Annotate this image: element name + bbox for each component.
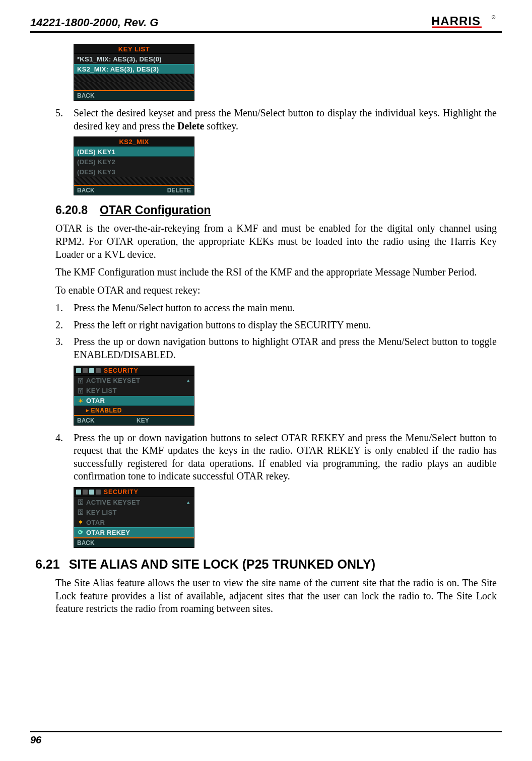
softkey-back: BACK bbox=[77, 417, 95, 424]
step-3: Press the up or down navigation buttons … bbox=[55, 335, 497, 361]
list-item-selected: ✶ OTAR bbox=[74, 396, 194, 406]
key-icon: ⚿ bbox=[77, 509, 84, 516]
harris-logo: HARRIS ® bbox=[431, 13, 502, 29]
texture-row bbox=[74, 74, 194, 82]
otar-icon: ✶ bbox=[77, 397, 84, 404]
screen-title: KS2_MIX bbox=[76, 138, 192, 146]
paragraph: To enable OTAR and request rekey: bbox=[55, 284, 497, 297]
page-number: 96 bbox=[30, 734, 41, 745]
radio-screen-security-rekey: SECURITY ⚿ ACTIVE KEYSET ▲ ⚿ KEY LIST ✶ … bbox=[74, 487, 194, 548]
status-icons bbox=[76, 368, 101, 373]
step-5: Select the desired keyset and press the … bbox=[55, 107, 497, 132]
key-icon: ⚿ bbox=[77, 377, 84, 384]
softkey-back: BACK bbox=[77, 187, 95, 194]
svg-text:®: ® bbox=[492, 15, 496, 20]
list-item: (DES) KEY2 bbox=[74, 157, 194, 167]
speaker-icon bbox=[89, 490, 94, 495]
step-1: Press the Menu/Select button to access t… bbox=[55, 302, 497, 315]
heading-6-21: 6.21SITE ALIAS AND SITE LOCK (P25 TRUNKE… bbox=[35, 557, 497, 572]
otar-status: ENABLED bbox=[74, 406, 194, 415]
gear-icon bbox=[96, 490, 101, 495]
screen-title: KEY LIST bbox=[76, 45, 192, 53]
page-footer: 96 bbox=[30, 731, 502, 746]
list-item: ✶ OTAR bbox=[74, 517, 194, 527]
softkey-bar: BACK bbox=[74, 537, 194, 547]
signal-icon bbox=[76, 490, 81, 495]
paragraph: The Site Alias feature allows the user t… bbox=[55, 577, 497, 615]
battery-icon bbox=[83, 368, 88, 373]
paragraph: OTAR is the over-the-air-rekeying from a… bbox=[55, 222, 497, 261]
list-item: ⚿ KEY LIST bbox=[74, 507, 194, 517]
otar-icon: ✶ bbox=[77, 519, 84, 526]
chevron-up-icon: ▲ bbox=[184, 378, 191, 383]
texture-row bbox=[74, 177, 194, 185]
step-4: Press the up or down navigation buttons … bbox=[55, 432, 497, 483]
rekey-icon: ⟳ bbox=[77, 529, 84, 536]
signal-icon bbox=[76, 368, 81, 373]
screen-title: SECURITY bbox=[104, 367, 139, 374]
doc-id: 14221-1800-2000, Rev. G bbox=[30, 16, 158, 29]
list-item: ⚿ ACTIVE KEYSET ▲ bbox=[74, 376, 194, 386]
battery-icon bbox=[83, 490, 88, 495]
paragraph: The KMF Configuration must include the R… bbox=[55, 266, 497, 279]
key-icon: ⚿ bbox=[77, 499, 84, 506]
softkey-delete: DELETE bbox=[167, 187, 191, 194]
logo-text: HARRIS bbox=[431, 14, 481, 28]
list-item-selected: ⟳ OTAR REKEY bbox=[74, 527, 194, 537]
softkey-bar: BACK bbox=[74, 90, 194, 100]
list-item-selected: (DES) KEY1 bbox=[74, 147, 194, 157]
list-item: ⚿ ACTIVE KEYSET ▲ bbox=[74, 497, 194, 507]
radio-screen-keylist: KEY LIST *KS1_MIX: AES(3), DES(0) KS2_MI… bbox=[74, 44, 194, 101]
gear-icon bbox=[96, 368, 101, 373]
heading-6-20-8: 6.20.8OTAR Configuration bbox=[55, 203, 497, 217]
screen-title: SECURITY bbox=[104, 489, 139, 496]
list-item: (DES) KEY3 bbox=[74, 167, 194, 177]
key-icon: ⚿ bbox=[77, 387, 84, 394]
texture-row bbox=[74, 82, 194, 90]
softkey-back: BACK bbox=[77, 539, 95, 546]
softkey-bar: BACK KEY bbox=[74, 415, 194, 425]
step-2: Press the left or right navigation butto… bbox=[55, 319, 497, 332]
radio-screen-security-otar: SECURITY ⚿ ACTIVE KEYSET ▲ ⚿ KEY LIST ✶ … bbox=[74, 366, 194, 426]
softkey-bar: BACK DELETE bbox=[74, 185, 194, 195]
list-item-selected: KS2_MIX: AES(3), DES(3) bbox=[74, 64, 194, 74]
list-item: ⚿ KEY LIST bbox=[74, 386, 194, 396]
list-item: *KS1_MIX: AES(3), DES(0) bbox=[74, 54, 194, 64]
radio-screen-ks2mix: KS2_MIX (DES) KEY1 (DES) KEY2 (DES) KEY3… bbox=[74, 136, 194, 195]
page-header: 14221-1800-2000, Rev. G HARRIS ® bbox=[30, 13, 502, 33]
speaker-icon bbox=[89, 368, 94, 373]
chevron-up-icon: ▲ bbox=[184, 500, 191, 505]
softkey-back: BACK bbox=[77, 92, 95, 99]
softkey-mid: KEY bbox=[137, 417, 149, 424]
status-icons bbox=[76, 490, 101, 495]
